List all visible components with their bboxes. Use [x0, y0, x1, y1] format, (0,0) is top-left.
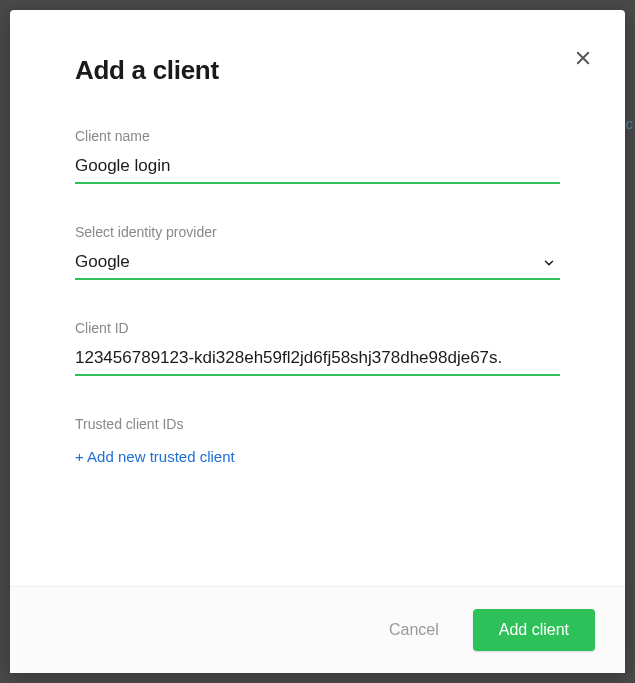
close-icon — [574, 49, 592, 70]
client-id-input[interactable] — [75, 344, 560, 376]
modal-footer: Cancel Add client — [10, 586, 625, 673]
modal-body: Add a client Client name Select identity… — [10, 10, 625, 586]
trusted-client-section: Trusted client IDs + Add new trusted cli… — [75, 416, 560, 466]
close-button[interactable] — [569, 45, 597, 73]
identity-provider-label: Select identity provider — [75, 224, 560, 240]
add-client-button[interactable]: Add client — [473, 609, 595, 651]
add-trusted-client-link[interactable]: + Add new trusted client — [75, 448, 235, 465]
identity-provider-select[interactable] — [75, 248, 560, 280]
identity-provider-field: Select identity provider — [75, 224, 560, 280]
client-id-field: Client ID — [75, 320, 560, 376]
trusted-client-header: Trusted client IDs — [75, 416, 560, 432]
add-client-modal: Add a client Client name Select identity… — [10, 10, 625, 673]
client-name-field: Client name — [75, 128, 560, 184]
client-name-label: Client name — [75, 128, 560, 144]
client-name-input[interactable] — [75, 152, 560, 184]
client-id-label: Client ID — [75, 320, 560, 336]
modal-title: Add a client — [75, 55, 560, 86]
cancel-button[interactable]: Cancel — [383, 611, 445, 649]
